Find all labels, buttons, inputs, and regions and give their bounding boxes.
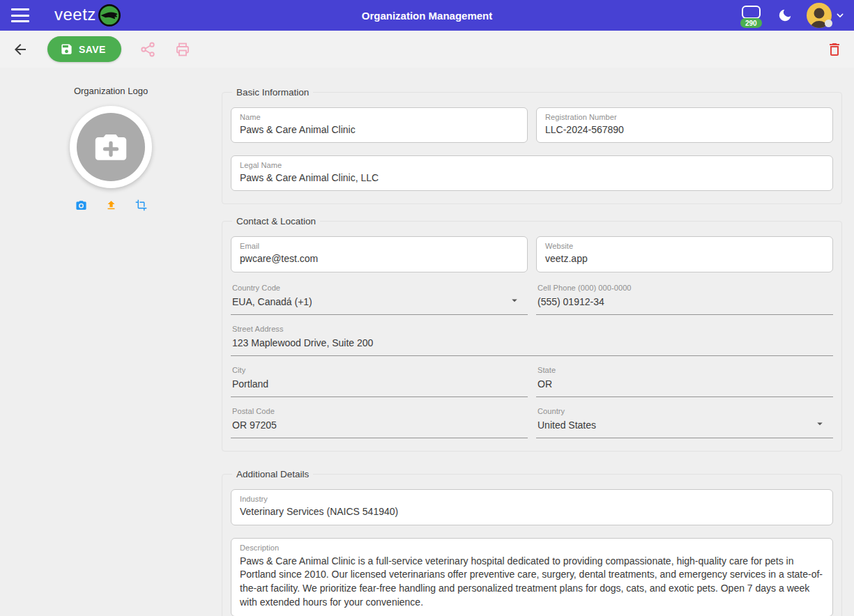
additional-details-legend: Additional Details bbox=[232, 469, 313, 479]
dark-mode-toggle[interactable] bbox=[776, 6, 794, 24]
country-code-value: EUA, Canadá (+1) bbox=[232, 295, 526, 308]
back-button[interactable] bbox=[11, 40, 29, 59]
delete-button[interactable] bbox=[826, 41, 843, 58]
registration-number-label: Registration Number bbox=[545, 113, 824, 121]
print-button[interactable] bbox=[174, 41, 191, 58]
save-button-label: SAVE bbox=[79, 44, 106, 55]
action-toolbar: SAVE bbox=[0, 31, 854, 68]
description-value: Paws & Care Animal Clinic is a full-serv… bbox=[240, 555, 824, 610]
chevron-down-icon bbox=[834, 10, 846, 21]
basic-information-section: Basic Information Name Paws & Care Anima… bbox=[222, 87, 842, 204]
street-address-value: 123 Maplewood Drive, Suite 200 bbox=[232, 337, 832, 349]
website-label: Website bbox=[545, 242, 824, 250]
share-button[interactable] bbox=[139, 41, 156, 58]
description-label: Description bbox=[240, 544, 824, 552]
email-field[interactable]: Email pwcare@test.com bbox=[231, 236, 528, 272]
save-icon bbox=[60, 43, 73, 56]
navbar-actions: 290 bbox=[740, 3, 846, 28]
status-dot bbox=[825, 20, 832, 27]
state-field[interactable]: State OR bbox=[536, 366, 833, 397]
camera-button[interactable] bbox=[75, 199, 87, 211]
contact-location-section: Contact & Location Email pwcare@test.com… bbox=[222, 216, 842, 452]
logo-panel-label: Organization Logo bbox=[74, 86, 148, 96]
industry-label: Industry bbox=[240, 495, 824, 503]
logo-panel: Organization Logo bbox=[0, 68, 222, 616]
content-area: Organization Logo B bbox=[0, 68, 854, 616]
city-label: City bbox=[232, 366, 526, 374]
menu-icon[interactable] bbox=[11, 8, 29, 22]
cell-phone-value: (555) 01912-34 bbox=[537, 295, 832, 308]
organization-form: Basic Information Name Paws & Care Anima… bbox=[222, 68, 842, 616]
cell-phone-label: Cell Phone (000) 000-0000 bbox=[537, 284, 832, 292]
description-field[interactable]: Description Paws & Care Animal Clinic is… bbox=[231, 538, 833, 616]
email-value: pwcare@test.com bbox=[240, 252, 519, 265]
user-menu[interactable] bbox=[807, 3, 846, 28]
upload-button[interactable] bbox=[105, 199, 117, 211]
brand-name: veetz bbox=[54, 6, 96, 23]
country-value: United States bbox=[537, 419, 832, 431]
name-value: Paws & Care Animal Clinic bbox=[240, 123, 519, 136]
brand-paw-logo-icon bbox=[98, 4, 121, 26]
country-code-select[interactable]: Country Code EUA, Canadá (+1) bbox=[231, 284, 528, 315]
top-navbar: veetz Organization Management 290 bbox=[0, 0, 854, 31]
industry-field[interactable]: Industry Veterinary Services (NAICS 5419… bbox=[231, 489, 833, 525]
moon-icon bbox=[777, 8, 793, 23]
registration-number-field[interactable]: Registration Number LLC-2024-567890 bbox=[536, 107, 833, 143]
basic-information-legend: Basic Information bbox=[232, 87, 313, 98]
industry-value: Veterinary Services (NAICS 541940) bbox=[240, 505, 824, 518]
contact-location-legend: Contact & Location bbox=[232, 216, 320, 226]
postal-code-value: OR 97205 bbox=[232, 419, 526, 431]
logo-placeholder bbox=[77, 113, 145, 181]
street-address-label: Street Address bbox=[232, 325, 832, 333]
legal-name-field[interactable]: Legal Name Paws & Care Animal Clinic, LL… bbox=[231, 155, 833, 191]
state-value: OR bbox=[537, 378, 832, 390]
email-label: Email bbox=[240, 242, 519, 250]
camera-plus-icon bbox=[91, 127, 131, 167]
page-title: Organization Management bbox=[0, 10, 854, 22]
postal-code-field[interactable]: Postal Code OR 97205 bbox=[231, 407, 528, 438]
brand-logo[interactable]: veetz bbox=[54, 4, 121, 26]
organization-logo-dropzone[interactable] bbox=[70, 106, 152, 188]
country-code-label: Country Code bbox=[232, 284, 526, 292]
additional-details-section: Additional Details Industry Veterinary S… bbox=[222, 469, 842, 616]
postal-code-label: Postal Code bbox=[232, 407, 526, 415]
logo-actions bbox=[75, 199, 147, 211]
crop-button[interactable] bbox=[135, 199, 147, 211]
sessions-button[interactable]: 290 bbox=[740, 5, 763, 26]
back-arrow-icon bbox=[12, 41, 29, 58]
website-field[interactable]: Website veetz.app bbox=[536, 236, 833, 272]
country-select[interactable]: Country United States bbox=[536, 407, 833, 438]
city-field[interactable]: City Portland bbox=[231, 366, 528, 397]
city-value: Portland bbox=[232, 378, 526, 390]
legal-name-label: Legal Name bbox=[240, 161, 824, 169]
legal-name-value: Paws & Care Animal Clinic, LLC bbox=[240, 171, 824, 184]
sessions-icon bbox=[742, 6, 761, 19]
registration-number-value: LLC-2024-567890 bbox=[545, 123, 824, 136]
save-button[interactable]: SAVE bbox=[47, 36, 121, 62]
street-address-field[interactable]: Street Address 123 Maplewood Drive, Suit… bbox=[231, 325, 833, 356]
name-field[interactable]: Name Paws & Care Animal Clinic bbox=[231, 107, 528, 143]
session-count-badge: 290 bbox=[740, 18, 762, 28]
state-label: State bbox=[537, 366, 832, 374]
name-label: Name bbox=[240, 113, 519, 121]
website-value: veetz.app bbox=[545, 252, 824, 265]
country-label: Country bbox=[537, 407, 832, 415]
cell-phone-field[interactable]: Cell Phone (000) 000-0000 (555) 01912-34 bbox=[536, 284, 833, 315]
